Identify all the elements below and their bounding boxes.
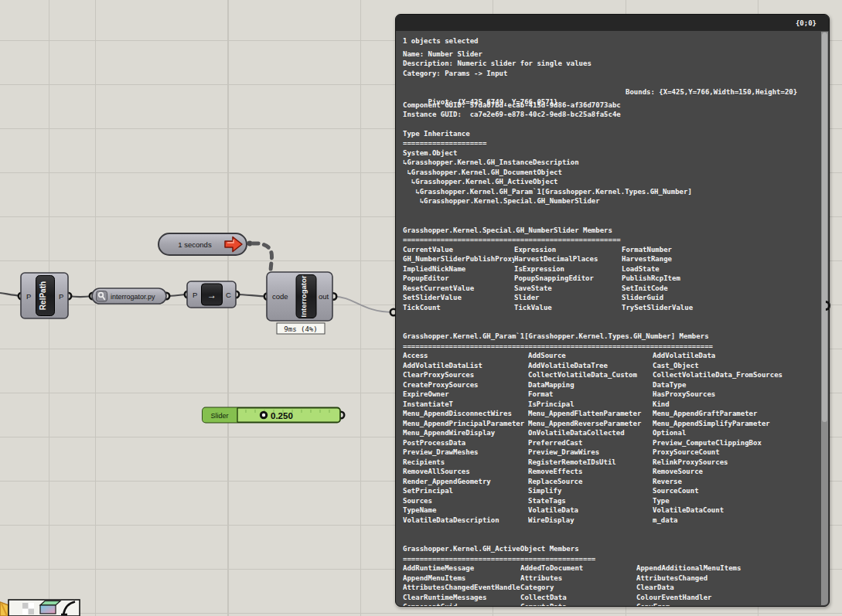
pivot-value: Pivot: {X=425.6749, Y=766.0571} [428,98,558,106]
object-name: Name: Number Slider [403,49,820,60]
inheritance-line: ↳Grasshopper.Kernel.GH_ActiveObject [403,177,820,187]
relpath-name-label: RelPath [39,281,47,310]
section-separator: ========================================… [403,235,820,245]
section-title: Grasshopper.Kernel.Special.GH_NumberSlid… [403,226,820,236]
file-path-icon [97,291,107,302]
section-separator: ========================================… [403,342,820,352]
svg-text:9ms (4%): 9ms (4%) [284,325,317,333]
port-grips[interactable] [19,291,397,418]
inheritance-line: ↳Grasshopper.Kernel.GH_DocumentObject [403,168,820,178]
param-members-section: Grasshopper.Kernel.GH_Param`1[Grasshoppe… [403,332,820,525]
wire-ptoc-to-interrogator [236,294,268,297]
inheritance-line: System.Object [403,148,820,158]
relpath-component[interactable]: P RelPath P [21,273,68,318]
data-path-badge: {0;0} [796,19,816,27]
number-slider[interactable]: Slider 0.250 [203,408,340,423]
inheritance-line: ↳Grasshopper.Kernel.GH_Param`1[Grasshopp… [403,187,820,197]
timer-label: 1 seconds [178,240,212,249]
activeobject-members-section: Grasshopper.Kernel.GH_ActiveObject Membe… [403,544,820,606]
relpath-input-label: P [26,292,31,301]
wire-out-to-hidden [333,297,394,313]
panel-header: {0;0} [396,15,829,31]
ptoc-input-label: P [193,291,197,299]
section-separator: ========================================… [403,554,820,564]
grasshopper-canvas: { "canvas": { "components": { "relpath":… [0,0,842,616]
interrogator-component[interactable]: code Interrogator out 9ms (4%) [267,272,332,334]
section-separator: ==================== [403,138,820,148]
relpath-output-label: P [59,292,63,301]
ptoc-component[interactable]: P → C [187,281,236,308]
arrow-right-icon: → [207,290,216,301]
slider-knob[interactable] [260,411,268,419]
interrogator-output-panel[interactable]: {0;0} 1 objects selected Name: Number Sl… [395,14,830,607]
interrogator-name-label: Interrogator [299,275,308,317]
type-inheritance-section: Type Inheritance ==================== Sy… [403,129,820,206]
instance-guid: Instance GUID: ca7e2e69-e878-40c2-9ed8-b… [403,110,820,120]
member-table: AddRuntimeMessageAddedToDocumentAppendAd… [403,563,820,606]
panel-scrollbar-thumb[interactable] [822,32,827,422]
slider-value: 0.250 [271,411,293,420]
object-category: Category: Params -> Input [403,69,820,79]
interrogator-output-label: out [319,292,329,301]
member-table: CurrentValueExpressionFormatNumberGH_Num… [403,245,820,313]
section-title: Grasshopper.Kernel.GH_ActiveObject Membe… [403,544,820,554]
timer-component[interactable]: 1 seconds [159,233,247,255]
selected-count: 1 objects selected [403,36,820,46]
object-description: Description: Numeric slider for single v… [403,59,820,69]
numberslider-members-section: Grasshopper.Kernel.Special.GH_NumberSlid… [403,226,820,313]
inheritance-line: ↳Grasshopper.Kernel.GH_InstanceDescripti… [403,158,820,168]
slider-label: Slider [210,412,228,420]
py-path-label: interrogator.py [111,293,155,301]
member-table: AccessAddSourceAddVolatileDataAddVolatil… [403,351,820,525]
inheritance-lines: System.Object↳Grasshopper.Kernel.GH_Inst… [403,148,820,206]
inheritance-line: ↳Grasshopper.Kernel.Special.GH_NumberSli… [403,196,820,206]
pivot-bounds-line: Pivot: {X=425.6749, Y=766.0571} Bounds: … [403,87,820,97]
timer-trail [247,241,272,273]
corner-toolbar[interactable] [0,600,80,616]
interrogator-input-label: code [272,292,288,301]
runtime-badge: 9ms (4%) [277,323,325,334]
ptoc-output-label: C [226,291,231,299]
bounds-value: Bounds: {X=425,Y=766,Width=150,Height=20… [626,87,797,97]
panel-content: 1 objects selected Name: Number Slider D… [403,33,820,606]
py-path-capsule[interactable]: interrogator.py [92,288,166,304]
section-title: Type Inheritance [403,129,820,139]
panel-scrollbar[interactable] [821,32,828,605]
section-title: Grasshopper.Kernel.GH_Param`1[Grasshoppe… [403,332,820,342]
transparency-swatch-icon[interactable] [22,603,34,614]
